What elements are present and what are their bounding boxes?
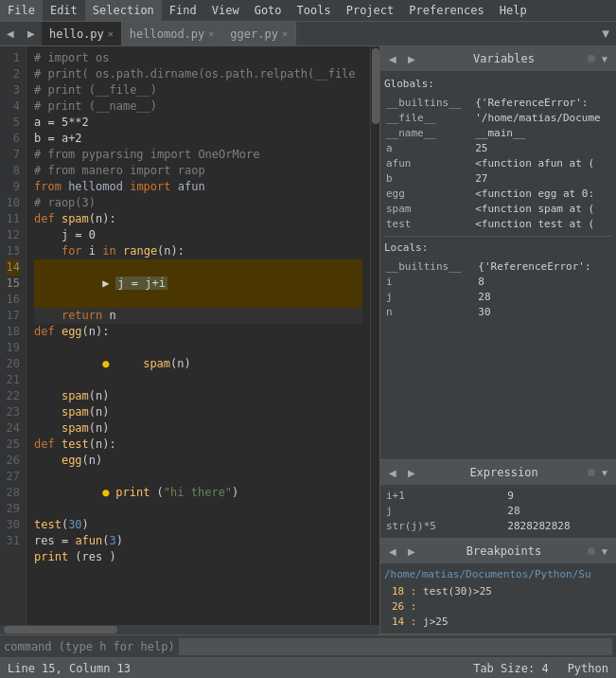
line-numbers: 12345 678910 111213 14 15 1617181920 212… xyxy=(0,46,26,625)
code-line-12: j = 0 xyxy=(34,227,362,243)
code-line-20: spam(n) xyxy=(34,404,362,420)
tab-hellomod-py[interactable]: hellomod.py ✕ xyxy=(122,22,223,45)
code-line-31: print (res ) xyxy=(34,549,362,565)
table-row: n30 xyxy=(384,305,612,317)
expression-table: i+19 j28 str(j)*52828282828 xyxy=(384,489,612,534)
statusbar-tabsize: Tab Size: 4 xyxy=(473,662,548,675)
code-line-14: ▶j = j+i xyxy=(34,259,362,308)
editor-hscrollbar-thumb[interactable] xyxy=(4,626,117,633)
code-line-21: spam(n) xyxy=(34,420,362,437)
statusbar-language: Python xyxy=(568,662,608,675)
code-line-18: ● spam(n) xyxy=(34,340,362,388)
globals-label: Globals: xyxy=(384,77,612,92)
menu-file[interactable]: File xyxy=(0,0,43,21)
code-line-2: # print( os.path.dirname(os.path.relpath… xyxy=(34,66,362,82)
table-row: a25 xyxy=(384,141,612,156)
expression-title: Expression xyxy=(422,466,586,479)
tab-hellomod-py-label: hellomod.py xyxy=(130,27,204,41)
tab-gger-py[interactable]: gger.py ✕ xyxy=(222,22,296,45)
statusbar: Line 15, Column 13 Tab Size: 4 Python xyxy=(0,657,616,678)
expression-header: ◀ ▶ Expression ▼ xyxy=(380,460,616,485)
code-area[interactable]: 12345 678910 111213 14 15 1617181920 212… xyxy=(0,46,379,625)
main-area: 12345 678910 111213 14 15 1617181920 212… xyxy=(0,46,616,634)
tab-gger-py-close[interactable]: ✕ xyxy=(282,28,288,39)
variables-header: ◀ ▶ Variables ▼ xyxy=(380,46,616,71)
table-row: __builtins__{'ReferenceError': xyxy=(384,259,612,275)
breakpoints-title: Breakpoints xyxy=(422,544,586,558)
expression-content: i+19 j28 str(j)*52828282828 xyxy=(380,485,616,538)
code-line-28: test(30) xyxy=(34,517,362,533)
table-row: afun<function afun at ( xyxy=(384,156,612,171)
menu-edit[interactable]: Edit xyxy=(43,0,85,21)
variables-prev-btn[interactable]: ◀ xyxy=(384,50,401,67)
code-line-23: def test(n): xyxy=(34,437,362,453)
breakpoints-prev-btn[interactable]: ◀ xyxy=(384,543,401,560)
tab-next-btn[interactable]: ▶ xyxy=(21,22,42,45)
command-bar: command (type h for help) xyxy=(0,634,616,657)
variables-dropdown-btn[interactable]: ▼ xyxy=(597,51,612,66)
right-panel: ◀ ▶ Variables ▼ Globals: __builtins__{'R… xyxy=(379,46,616,634)
code-line-24: egg(n) xyxy=(34,453,362,469)
breakpoints-next-btn[interactable]: ▶ xyxy=(403,543,420,560)
table-row: str(j)*52828282828 xyxy=(384,519,612,534)
tab-hello-py[interactable]: hello.py ✕ xyxy=(42,22,122,45)
menu-view[interactable]: View xyxy=(204,0,247,21)
expression-prev-btn[interactable]: ◀ xyxy=(384,464,401,481)
variables-status-dot xyxy=(588,55,595,62)
variables-section: ◀ ▶ Variables ▼ Globals: __builtins__{'R… xyxy=(380,46,616,460)
code-line-19: spam(n) xyxy=(34,388,362,404)
menu-find[interactable]: Find xyxy=(162,0,204,21)
editor-vscrollbar-thumb[interactable] xyxy=(372,48,379,124)
command-input[interactable] xyxy=(179,638,612,655)
tabbar: ◀ ▶ hello.py ✕ hellomod.py ✕ gger.py ✕ ▼ xyxy=(0,22,616,46)
code-line-17: def egg(n): xyxy=(34,324,362,340)
menu-goto[interactable]: Goto xyxy=(247,0,290,21)
variables-next-btn[interactable]: ▶ xyxy=(403,50,420,67)
tab-hellomod-py-close[interactable]: ✕ xyxy=(208,28,214,39)
code-line-9: from hellomod import afun xyxy=(34,179,362,195)
code-line-26: ●print ("hi there") xyxy=(34,469,362,517)
breakpoints-dropdown-btn[interactable]: ▼ xyxy=(597,544,612,559)
code-line-3: # print (__file__) xyxy=(34,82,362,98)
tab-gger-py-label: gger.py xyxy=(230,27,278,41)
tab-prev-btn[interactable]: ◀ xyxy=(0,22,21,45)
code-line-30: res = afun(3) xyxy=(34,533,362,549)
breakpoints-section: ◀ ▶ Breakpoints ▼ /home/matias/Documento… xyxy=(380,539,616,634)
globals-table: __builtins__{'ReferenceError': __file__'… xyxy=(384,96,612,232)
menu-preferences[interactable]: Preferences xyxy=(401,0,491,21)
expression-status-dot xyxy=(588,469,595,476)
code-line-8: # from manero import raop xyxy=(34,163,362,179)
code-line-5: a = 5**2 xyxy=(34,115,362,131)
editor-hscrollbar[interactable] xyxy=(0,625,379,634)
breakpoints-status-dot xyxy=(588,547,595,555)
table-row: egg<function egg at 0: xyxy=(384,187,612,202)
expression-next-btn[interactable]: ▶ xyxy=(403,464,420,481)
table-row: b27 xyxy=(384,171,612,187)
code-line-6: b = a+2 xyxy=(34,131,362,147)
table-row: spam<function spam at ( xyxy=(384,202,612,217)
table-row: __name____main__ xyxy=(384,126,612,141)
breakpoint-item-2: 26 : xyxy=(384,599,612,615)
editor-pane: 12345 678910 111213 14 15 1617181920 212… xyxy=(0,46,379,634)
table-row: __builtins__{'ReferenceError': xyxy=(384,96,612,111)
tab-dropdown-btn[interactable]: ▼ xyxy=(595,22,616,45)
menu-tools[interactable]: Tools xyxy=(290,0,339,21)
expression-section: ◀ ▶ Expression ▼ i+19 j28 str(j)*5282828… xyxy=(380,460,616,539)
variables-content: Globals: __builtins__{'ReferenceError': … xyxy=(380,71,616,317)
code-line-7: # from pyparsing import OneOrMore xyxy=(34,147,362,163)
tab-hello-py-close[interactable]: ✕ xyxy=(108,28,114,39)
expression-dropdown-btn[interactable]: ▼ xyxy=(597,465,612,480)
menu-help[interactable]: Help xyxy=(492,0,535,21)
table-row: i+19 xyxy=(384,489,612,504)
editor-vscrollbar[interactable] xyxy=(370,46,379,625)
statusbar-position: Line 15, Column 13 xyxy=(8,662,454,675)
breakpoint-item-1: 18 : test(30)>25 xyxy=(384,584,612,599)
tab-hello-py-label: hello.py xyxy=(49,27,104,41)
locals-divider xyxy=(384,236,612,237)
menubar: File Edit Selection Find View Goto Tools… xyxy=(0,0,616,22)
code-line-13: for i in range(n): xyxy=(34,243,362,259)
code-content[interactable]: # import os # print( os.path.dirname(os.… xyxy=(26,46,370,625)
menu-selection[interactable]: Selection xyxy=(85,0,162,21)
locals-table: __builtins__{'ReferenceError': i8 j28 n3… xyxy=(384,259,612,317)
menu-project[interactable]: Project xyxy=(339,0,402,21)
